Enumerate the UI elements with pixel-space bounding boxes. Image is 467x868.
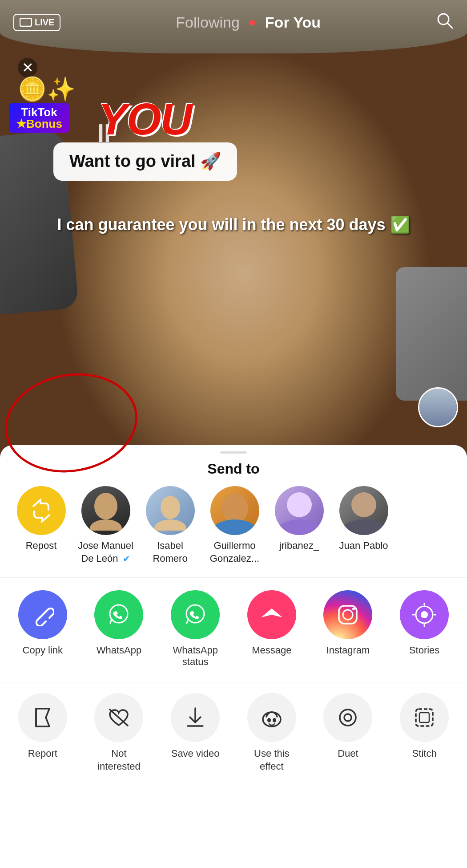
svg-point-4 [90,519,122,531]
close-icon: ✕ [22,59,34,76]
action-stitch[interactable]: Stitch [393,693,455,773]
save-video-label: Save video [171,747,220,760]
juanpablo-name: Juan Pablo [339,539,388,552]
bonus-label: ★Bonus [16,118,62,130]
repost-avatar [17,486,66,535]
share-whatsapp-status[interactable]: WhatsAppstatus [164,590,226,668]
share-copy-link[interactable]: Copy link [12,590,74,668]
bonus-box: TikTok ★Bonus [9,103,69,133]
contacts-row: Repost Jose ManuelDe León ✔ [0,486,467,574]
save-video-icon [171,693,220,742]
stories-icon [400,590,449,639]
stories-label: Stories [409,645,439,656]
instagram-icon [323,590,372,639]
jribanez-name: jribanez_ [279,539,319,552]
jose-name: Jose ManuelDe León ✔ [78,539,133,565]
svg-point-20 [352,608,355,610]
action-duet[interactable]: Duet [317,693,379,773]
duet-label: Duet [338,747,358,760]
search-icon[interactable] [436,12,454,33]
tiktok-label: TikTok [21,106,57,118]
share-whatsapp[interactable]: WhatsApp [88,590,150,668]
actions-row: Report Notinterested Save video [0,686,467,786]
guarantee-text: I can guarantee you will in the next 30 … [36,214,431,236]
tab-following[interactable]: Following [176,14,240,31]
svg-point-16 [186,605,204,623]
nav-dot: ● [249,15,256,29]
verified-badge: ✔ [123,554,130,564]
avatar[interactable] [418,387,458,427]
svg-marker-17 [261,608,282,617]
divider-1 [0,577,467,578]
svg-point-33 [273,718,276,722]
svg-point-19 [343,610,353,620]
svg-line-2 [447,23,452,28]
video-area: LIVE Following ● For You ✕ 🪙✨ TikTok ★Bo… [0,0,467,454]
report-icon [18,693,67,742]
svg-point-9 [213,519,257,535]
whatsapp-status-label: WhatsAppstatus [173,645,218,668]
coins-emoji: 🪙✨ [18,76,76,103]
guillermo-avatar [210,486,259,535]
message-icon [247,590,296,639]
share-instagram[interactable]: Instagram [317,590,379,668]
svg-point-6 [161,496,180,519]
live-label: LIVE [35,17,54,28]
duet-icon [323,693,372,742]
copy-link-label: Copy link [23,645,63,656]
report-label: Report [28,747,57,760]
you-text: YOU [98,93,192,145]
svg-rect-36 [416,709,433,726]
nav-tabs: Following ● For You [176,14,321,31]
jose-avatar [81,486,130,535]
whatsapp-status-icon [171,590,220,639]
instagram-label: Instagram [326,645,370,656]
guillermo-name: GuillermoGonzalez... [210,539,259,565]
action-not-interested[interactable]: Notinterested [88,693,150,773]
svg-point-8 [221,493,248,523]
svg-point-12 [351,492,376,517]
tab-foryou[interactable]: For You [265,14,321,31]
stitch-icon [400,693,449,742]
viral-text: Want to go viral 🚀 [69,151,221,172]
svg-rect-37 [419,713,429,722]
svg-point-34 [340,710,356,726]
svg-point-5 [98,497,114,513]
svg-point-31 [263,712,281,726]
whatsapp-label: WhatsApp [97,645,142,656]
svg-point-15 [110,605,128,623]
juanpablo-avatar [339,486,388,535]
share-message[interactable]: Message [241,590,303,668]
isabel-avatar [146,486,195,535]
repost-label: Repost [26,539,57,552]
isabel-name: IsabelRomero [153,539,187,565]
contact-jribanez[interactable]: jribanez_ [267,486,331,565]
jribanez-avatar [275,486,324,535]
bottom-sheet: Send to Repost [0,445,467,868]
svg-point-11 [277,519,322,535]
contact-jose-manuel[interactable]: Jose ManuelDe León ✔ [73,486,138,565]
copy-link-icon [18,590,67,639]
stitch-label: Stitch [412,747,437,760]
contact-repost[interactable]: Repost [9,486,73,565]
contact-isabel[interactable]: IsabelRomero [138,486,202,565]
svg-line-14 [39,611,46,618]
svg-point-10 [287,492,312,517]
send-to-title: Send to [0,454,467,486]
share-stories[interactable]: Stories [393,590,455,668]
contact-juan-pablo[interactable]: Juan Pablo [331,486,396,565]
svg-point-35 [344,714,351,721]
action-use-effect[interactable]: Use thiseffect [241,693,303,773]
action-report[interactable]: Report [12,693,74,773]
share-apps-row: Copy link WhatsApp WhatsAppstatus [0,581,467,678]
top-nav: LIVE Following ● For You [0,0,467,45]
contact-guillermo[interactable]: GuillermoGonzalez... [202,486,267,565]
close-button[interactable]: ✕ [18,58,37,77]
not-interested-label: Notinterested [97,747,141,773]
live-button[interactable]: LIVE [13,14,60,31]
viral-bubble: Want to go viral 🚀 [53,142,237,181]
use-effect-label: Use thiseffect [254,747,289,773]
use-effect-icon [247,693,296,742]
not-interested-icon [94,693,143,742]
action-save-video[interactable]: Save video [164,693,226,773]
